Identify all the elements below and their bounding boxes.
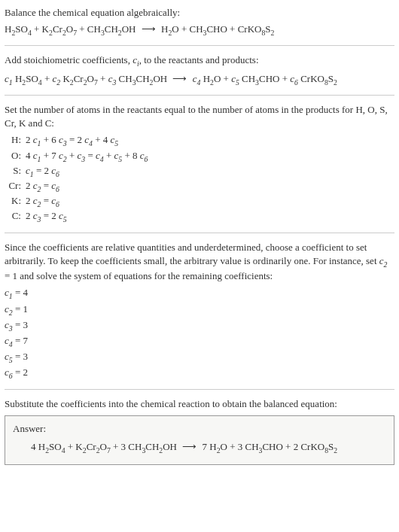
coefficient-row: c5 = 3: [5, 350, 394, 365]
underdetermined-section: Since the coefficients are relative quan…: [5, 241, 394, 382]
ci-symbol: ci: [132, 54, 139, 65]
stoich-text: Add stoichiometric coefficients, ci, to …: [5, 53, 394, 68]
answer-label: Answer:: [13, 422, 386, 436]
atom-equation: c1 = 2 c6: [26, 164, 394, 179]
stoich-text-part1: Add stoichiometric coefficients,: [5, 54, 132, 65]
intro-section: Balance the chemical equation algebraica…: [5, 6, 394, 38]
atom-equation: 2 c3 = 2 c5: [26, 209, 394, 224]
coefficient-row: c3 = 3: [5, 318, 394, 333]
underdet-text: Since the coefficients are relative quan…: [5, 241, 394, 284]
divider: [5, 389, 394, 390]
stoich-text-part2: , to the reactants and products:: [139, 54, 259, 65]
coefficient-row: c2 = 1: [5, 302, 394, 318]
atom-row: Cr:2 c2 = c6: [5, 179, 394, 194]
divider: [5, 95, 394, 96]
divider: [5, 233, 394, 233]
atom-element: Cr:: [5, 179, 26, 193]
coeff-equation: c1 H2SO4 + c2 K2Cr2O7 + c3 CH3CH2OH ⟶ c4…: [5, 72, 394, 87]
intro-text: Balance the chemical equation algebraica…: [5, 6, 394, 20]
atom-row: O:4 c1 + 7 c2 + c3 = c4 + c5 + 8 c6: [5, 149, 394, 164]
atoms-section: Set the number of atoms in the reactants…: [5, 103, 394, 225]
atom-equation: 2 c2 = c6: [26, 179, 394, 194]
substitute-section: Substitute the coefficients into the che…: [5, 397, 394, 411]
atom-row: K:2 c2 = c6: [5, 194, 394, 209]
atom-element: S:: [5, 164, 26, 178]
coefficient-row: c1 = 4: [5, 286, 394, 301]
answer-box: Answer: 4 H2SO4 + K2Cr2O7 + 3 CH3CH2OH ⟶…: [5, 415, 394, 465]
atom-element: K:: [5, 194, 26, 208]
atom-element: H:: [5, 133, 26, 147]
atom-element: C:: [5, 209, 26, 223]
atom-equation: 2 c2 = c6: [26, 194, 394, 209]
atom-element: O:: [5, 149, 26, 163]
atoms-intro: Set the number of atoms in the reactants…: [5, 103, 394, 130]
atom-equation: 4 c1 + 7 c2 + c3 = c4 + c5 + 8 c6: [26, 149, 394, 164]
atoms-table: H:2 c1 + 6 c3 = 2 c4 + 4 c5O:4 c1 + 7 c2…: [5, 133, 394, 224]
stoich-section: Add stoichiometric coefficients, ci, to …: [5, 53, 394, 87]
coefficients-list: c1 = 4c2 = 1c3 = 3c4 = 7c5 = 3c6 = 2: [5, 286, 394, 381]
atom-row: S:c1 = 2 c6: [5, 164, 394, 179]
atom-row: C:2 c3 = 2 c5: [5, 209, 394, 224]
coefficient-row: c6 = 2: [5, 366, 394, 381]
coefficient-row: c4 = 7: [5, 334, 394, 349]
original-equation: H2SO4 + K2Cr2O7 + CH3CH2OH ⟶ H2O + CH3CH…: [5, 23, 394, 38]
atom-row: H:2 c1 + 6 c3 = 2 c4 + 4 c5: [5, 133, 394, 148]
substitute-text: Substitute the coefficients into the che…: [5, 397, 394, 411]
divider: [5, 45, 394, 46]
answer-equation: 4 H2SO4 + K2Cr2O7 + 3 CH3CH2OH ⟶ 7 H2O +…: [13, 440, 386, 455]
atom-equation: 2 c1 + 6 c3 = 2 c4 + 4 c5: [26, 133, 394, 148]
